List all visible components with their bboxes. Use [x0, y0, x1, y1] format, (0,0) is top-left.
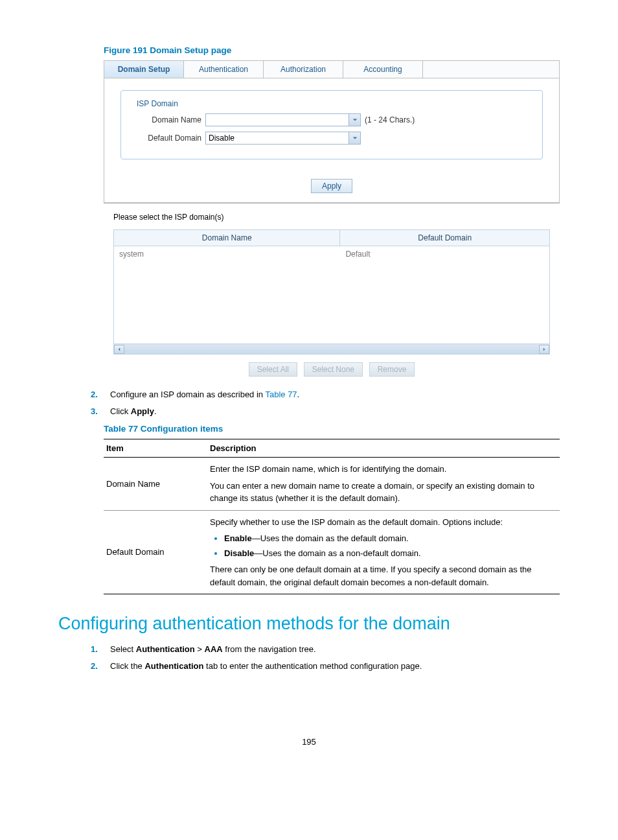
step-text: from the navigation tree. [223, 644, 316, 654]
step-number: 2. [91, 388, 110, 401]
domain-grid: Domain Name Default Domain system Defaul… [113, 229, 550, 355]
tab-authorization[interactable]: Authorization [264, 61, 343, 78]
step-number: 3. [91, 405, 110, 418]
grid-instruction: Please select the ISP domain(s) [113, 213, 550, 222]
remove-button[interactable]: Remove [369, 362, 415, 377]
horizontal-scrollbar[interactable] [114, 344, 549, 354]
domain-name-combo[interactable] [205, 113, 361, 126]
scroll-left-icon[interactable] [114, 345, 124, 354]
isp-domain-fieldset: ISP Domain Domain Name (1 - 24 Chars.) D… [120, 90, 543, 159]
grid-cell: Default [340, 246, 549, 262]
table-paragraph: Enter the ISP domain name, which is for … [210, 463, 557, 476]
domain-name-hint: (1 - 24 Chars.) [365, 115, 415, 124]
step-text: > [195, 644, 205, 654]
figure-caption: Figure 191 Domain Setup page [104, 45, 560, 55]
tab-spacer [423, 61, 559, 78]
default-domain-combo[interactable] [205, 132, 361, 145]
table-cell-description: Enter the ISP domain name, which is for … [207, 458, 560, 511]
step-text: Click the [110, 661, 144, 671]
section-heading: Configuring authentication methods for t… [58, 614, 560, 634]
table-paragraph: Specify whether to use the ISP domain as… [210, 516, 557, 529]
step-text: Click [110, 406, 131, 416]
table-paragraph: You can enter a new domain name to creat… [210, 480, 557, 505]
step-item: 1. Select Authentication > AAA from the … [91, 643, 560, 656]
default-domain-label: Default Domain [134, 134, 205, 143]
tab-authentication[interactable]: Authentication [184, 61, 264, 78]
tab-bar: Domain Setup Authentication Authorizatio… [104, 61, 559, 78]
step-text: Configure an ISP domain as described in [110, 390, 265, 399]
step-item: 2. Configure an ISP domain as described … [91, 388, 560, 401]
select-none-button[interactable]: Select None [304, 362, 363, 377]
grid-header-domain-name[interactable]: Domain Name [114, 230, 340, 246]
domain-name-label: Domain Name [134, 115, 205, 124]
table-header-item: Item [104, 439, 207, 458]
step-bold: AAA [205, 644, 223, 654]
step-number: 1. [91, 643, 110, 656]
grid-cell: system [114, 246, 340, 262]
step-item: 3. Click Apply. [91, 405, 560, 418]
table-row: Domain Name Enter the ISP domain name, w… [104, 458, 560, 511]
domain-name-input[interactable] [206, 114, 349, 126]
fieldset-legend: ISP Domain [134, 99, 181, 108]
list-item: Enable—Uses the domain as the default do… [224, 532, 557, 545]
cross-reference-link[interactable]: Table 77 [265, 390, 297, 399]
table-cell-item: Default Domain [104, 510, 207, 594]
apply-button[interactable]: Apply [311, 179, 352, 193]
list-item: Disable—Uses the domain as a non-default… [224, 547, 557, 560]
divider [104, 203, 560, 204]
step-item: 2. Click the Authentication tab to enter… [91, 660, 560, 673]
bullet-strong: Enable [224, 533, 252, 543]
step-text: Select [110, 644, 136, 654]
page-number: 195 [58, 737, 560, 747]
table-caption: Table 77 Configuration items [104, 424, 560, 434]
scroll-right-icon[interactable] [539, 345, 549, 354]
grid-header-default-domain[interactable]: Default Domain [340, 230, 549, 246]
table-row[interactable]: system Default [114, 246, 549, 262]
default-domain-input[interactable] [206, 132, 349, 144]
step-number: 2. [91, 660, 110, 673]
step-bold: Apply [131, 406, 154, 416]
table-row: Default Domain Specify whether to use th… [104, 510, 560, 594]
chevron-down-icon[interactable] [349, 114, 360, 126]
table-paragraph: There can only be one default domain at … [210, 563, 557, 589]
bullet-text: —Uses the domain as a non-default domain… [254, 548, 420, 558]
domain-setup-panel: Domain Setup Authentication Authorizatio… [104, 60, 560, 203]
tab-accounting[interactable]: Accounting [343, 61, 423, 78]
step-bold: Authentication [144, 661, 203, 671]
select-all-button[interactable]: Select All [249, 362, 297, 377]
table-header-description: Description [207, 439, 560, 458]
step-text: tab to enter the authentication method c… [203, 661, 422, 671]
chevron-down-icon[interactable] [349, 132, 360, 144]
table-cell-description: Specify whether to use the ISP domain as… [207, 510, 560, 594]
step-bold: Authentication [136, 644, 195, 654]
tab-domain-setup[interactable]: Domain Setup [104, 61, 184, 78]
step-text: . [297, 390, 300, 399]
step-text: . [154, 406, 157, 416]
configuration-table: Item Description Domain Name Enter the I… [104, 439, 560, 594]
bullet-strong: Disable [224, 548, 254, 558]
table-cell-item: Domain Name [104, 458, 207, 511]
bullet-text: —Uses the domain as the default domain. [252, 533, 409, 543]
